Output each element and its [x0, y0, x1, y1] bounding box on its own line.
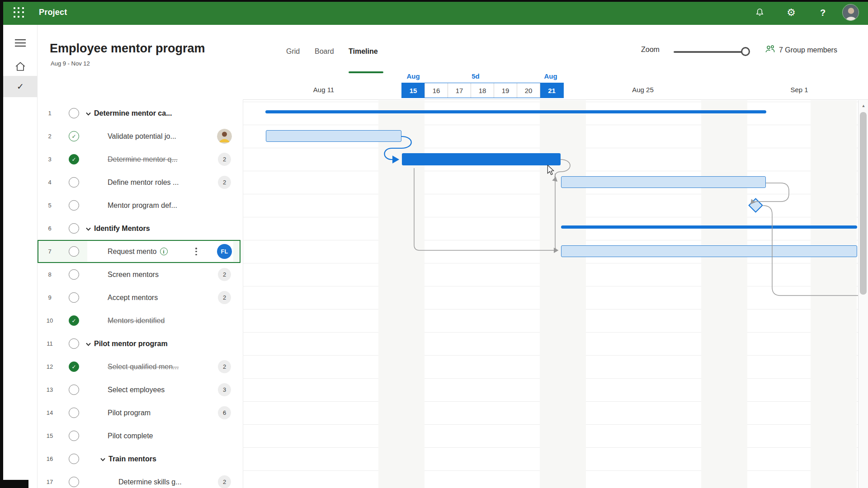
settings-gear-icon[interactable]: ⚙	[786, 7, 797, 18]
chevron-down-icon[interactable]	[86, 227, 91, 231]
timeline-day-cell[interactable]: 21	[540, 83, 563, 98]
help-icon[interactable]: ?	[817, 7, 828, 18]
task-name-cell: Accept mentors	[108, 286, 158, 309]
scrollbar-thumb[interactable]	[860, 112, 867, 295]
subtask-count-badge[interactable]: 2	[218, 475, 231, 488]
chevron-down-icon[interactable]	[100, 458, 105, 461]
task-complete-checkbox[interactable]	[69, 200, 79, 211]
kebab-menu-icon[interactable]	[193, 247, 199, 256]
subtask-count-badge[interactable]: 2	[218, 176, 231, 189]
chevron-down-icon[interactable]	[86, 112, 91, 116]
subtask-count-badge[interactable]: 2	[218, 268, 231, 281]
subtask-count-badge[interactable]: 6	[218, 406, 231, 419]
frame-edge-top	[0, 0, 868, 2]
info-icon[interactable]: i	[160, 248, 168, 255]
task-row-number: 8	[38, 263, 62, 286]
milestone-diamond[interactable]	[748, 198, 763, 213]
task-row[interactable]: 2✓Validate potential jo...	[38, 125, 241, 148]
task-row[interactable]: 6Identify Mentors	[38, 217, 241, 240]
task-row[interactable]: 13Select employees3	[38, 378, 241, 401]
task-complete-checkbox[interactable]	[69, 454, 79, 464]
task-row-number: 2	[38, 125, 62, 148]
menu-hamburger-icon[interactable]	[3, 32, 38, 53]
subtask-count-badge[interactable]: 2	[218, 360, 231, 373]
group-members-button[interactable]: 7 Group members	[765, 45, 837, 55]
task-complete-checkbox[interactable]	[69, 246, 79, 257]
timeline-day-cell[interactable]: 15	[402, 83, 425, 98]
task-name-cell: Determine mentor ca...	[86, 102, 172, 125]
task-bar[interactable]	[266, 130, 401, 142]
timeline-day-cell[interactable]: 20	[517, 83, 540, 98]
task-complete-checkbox[interactable]: ✓	[69, 361, 79, 372]
task-row[interactable]: 7Request mentoiFL	[38, 240, 241, 263]
task-complete-checkbox[interactable]	[69, 338, 79, 349]
active-tab-underline	[349, 71, 383, 73]
task-bar-selected[interactable]	[402, 153, 561, 165]
tasks-check-icon[interactable]: ✓	[3, 76, 38, 97]
task-complete-checkbox[interactable]	[69, 269, 79, 280]
assignee-avatar[interactable]: FL	[217, 244, 232, 259]
task-complete-checkbox[interactable]	[69, 408, 79, 418]
chevron-down-icon[interactable]	[86, 343, 91, 346]
home-icon[interactable]	[3, 56, 38, 77]
summary-bar[interactable]	[561, 225, 857, 229]
task-name: Pilot complete	[108, 432, 153, 440]
timeline-day-cell[interactable]: 16	[425, 83, 448, 98]
subtask-count-badge[interactable]: 3	[218, 383, 231, 396]
tab-timeline[interactable]: Timeline	[349, 47, 378, 56]
task-complete-checkbox[interactable]: ✓	[69, 315, 79, 326]
task-name: Determine mentor q...	[108, 155, 178, 164]
notifications-bell-icon[interactable]	[754, 7, 765, 18]
task-complete-checkbox[interactable]	[69, 477, 79, 487]
timeline-month-label: 5d	[472, 72, 480, 80]
task-row[interactable]: 9Accept mentors2	[38, 286, 241, 309]
task-row[interactable]: 17Determine skills g...2	[38, 470, 241, 488]
task-row-number: 16	[38, 447, 62, 470]
task-row[interactable]: 5Mentor program def...	[38, 194, 241, 217]
task-complete-checkbox[interactable]	[69, 223, 79, 234]
user-avatar[interactable]	[842, 4, 859, 21]
summary-bar[interactable]	[265, 110, 766, 113]
task-complete-checkbox[interactable]	[69, 385, 79, 395]
timeline-month-label: Aug	[406, 72, 420, 80]
mouse-cursor-icon	[547, 165, 555, 177]
task-complete-checkbox[interactable]	[69, 292, 79, 303]
timeline-day-cell[interactable]: 19	[494, 83, 517, 98]
header-divider	[243, 99, 868, 100]
task-name-cell: Pilot mentor program	[86, 332, 168, 355]
task-complete-checkbox[interactable]	[69, 431, 79, 441]
task-name: Select qualified men...	[108, 363, 179, 371]
task-row[interactable]: 8Screen mentors2	[38, 263, 241, 286]
weekend-band	[811, 100, 857, 488]
app-title: Project	[39, 8, 67, 17]
task-row[interactable]: 12✓Select qualified men...2	[38, 355, 241, 378]
task-bar[interactable]	[561, 176, 766, 188]
timeline-day-cell[interactable]: 17	[448, 83, 471, 98]
task-row[interactable]: 14Pilot program6	[38, 401, 241, 424]
tab-board[interactable]: Board	[315, 47, 334, 56]
task-bar[interactable]	[561, 245, 857, 257]
task-row[interactable]: 1Determine mentor ca...	[38, 102, 241, 125]
task-complete-checkbox[interactable]: ✓	[69, 131, 79, 141]
zoom-slider-knob[interactable]	[741, 47, 750, 56]
zoom-slider[interactable]	[674, 51, 746, 53]
zoom-label: Zoom	[641, 46, 660, 54]
task-complete-checkbox[interactable]	[69, 108, 79, 118]
subtask-count-badge[interactable]: 2	[218, 153, 231, 166]
task-row[interactable]: 15Pilot complete	[38, 424, 241, 447]
task-row[interactable]: 11Pilot mentor program	[38, 332, 241, 355]
task-row[interactable]: 10✓Mentors identified	[38, 309, 241, 332]
task-complete-checkbox[interactable]: ✓	[69, 154, 79, 164]
chart-scrollbar: ▲	[858, 100, 868, 488]
assignee-avatar[interactable]	[217, 129, 232, 144]
frame-edge-left	[0, 0, 3, 488]
task-row[interactable]: 4Define mentor roles ...2	[38, 171, 241, 194]
scrollbar-up-icon[interactable]: ▲	[859, 101, 868, 110]
app-launcher-icon[interactable]	[14, 7, 24, 18]
tab-grid[interactable]: Grid	[286, 47, 300, 56]
task-complete-checkbox[interactable]	[69, 177, 79, 188]
timeline-day-cell[interactable]: 18	[471, 83, 494, 98]
task-row[interactable]: 3✓Determine mentor q...2	[38, 148, 241, 171]
subtask-count-badge[interactable]: 2	[218, 291, 231, 304]
task-row[interactable]: 16Train mentors	[38, 447, 241, 470]
